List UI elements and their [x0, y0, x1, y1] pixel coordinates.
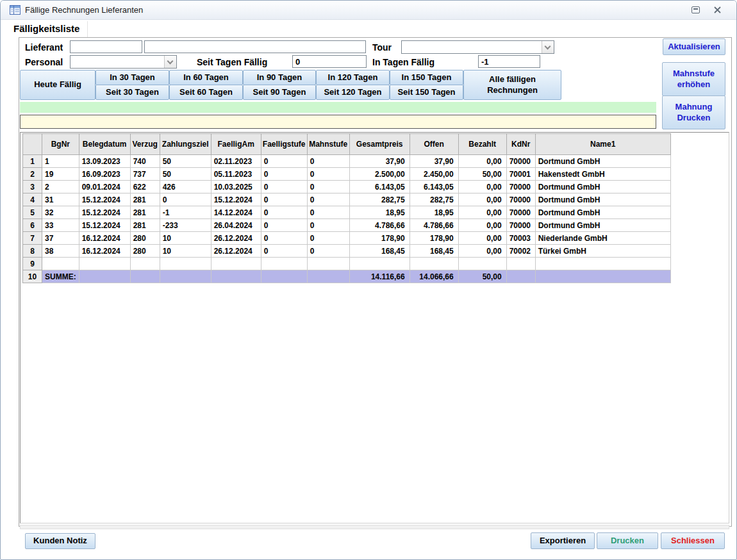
- cell[interactable]: 0,00: [458, 219, 506, 232]
- mahnstufe-erhoehen-button[interactable]: Mahnstufe erhöhen: [662, 62, 725, 96]
- cell[interactable]: 2.500,00: [349, 168, 410, 181]
- cell[interactable]: 70000: [506, 219, 535, 232]
- cell[interactable]: Türkei GmbH: [535, 245, 670, 258]
- cell[interactable]: 0: [307, 206, 349, 219]
- in-120-tagen-button[interactable]: In 120 Tagen: [316, 70, 390, 85]
- row-selector[interactable]: 8: [23, 245, 42, 258]
- cell[interactable]: [130, 270, 160, 283]
- column-header[interactable]: Faelligstufe: [261, 134, 307, 155]
- seit-30-tagen-button[interactable]: Seit 30 Tagen: [95, 85, 169, 100]
- cell[interactable]: 70003: [506, 232, 535, 245]
- cell[interactable]: 0: [261, 245, 307, 258]
- cell[interactable]: 2.450,00: [410, 168, 458, 181]
- column-header[interactable]: FaelligAm: [211, 134, 261, 155]
- cell[interactable]: 15.12.2024: [79, 206, 130, 219]
- cell[interactable]: 26.12.2024: [211, 232, 261, 245]
- cell[interactable]: 0: [160, 194, 211, 206]
- column-header[interactable]: Mahnstufe: [307, 134, 349, 155]
- cell[interactable]: [506, 270, 535, 283]
- cell[interactable]: [130, 258, 160, 270]
- cell[interactable]: [42, 258, 79, 270]
- cell[interactable]: 0,00: [458, 181, 506, 194]
- seit-150-tagen-button[interactable]: Seit 150 Tagen: [390, 85, 463, 100]
- cell[interactable]: [506, 258, 535, 270]
- restore-window-icon[interactable]: [691, 6, 700, 13]
- cell[interactable]: [261, 270, 307, 283]
- cell[interactable]: 740: [130, 155, 160, 168]
- column-header[interactable]: KdNr: [506, 134, 535, 155]
- cell[interactable]: [79, 258, 130, 270]
- cell[interactable]: 0: [261, 181, 307, 194]
- close-window-icon[interactable]: [713, 5, 722, 17]
- cell[interactable]: 0,00: [458, 155, 506, 168]
- cell[interactable]: 0: [261, 194, 307, 206]
- cell[interactable]: 05.11.2023: [211, 168, 261, 181]
- seit-90-tagen-button[interactable]: Seit 90 Tagen: [243, 85, 316, 100]
- cell[interactable]: 0,00: [458, 206, 506, 219]
- row-selector[interactable]: 4: [23, 194, 42, 206]
- cell[interactable]: SUMME:: [42, 270, 79, 283]
- cell[interactable]: 2: [42, 181, 79, 194]
- kunden-notiz-button[interactable]: Kunden Notiz: [25, 533, 95, 549]
- tour-combobox[interactable]: [401, 40, 554, 54]
- cell[interactable]: 10: [160, 245, 211, 258]
- cell[interactable]: 70000: [506, 155, 535, 168]
- cell[interactable]: 37,90: [410, 155, 458, 168]
- row-selector[interactable]: 9: [23, 258, 42, 270]
- cell[interactable]: [535, 270, 670, 283]
- cell[interactable]: 0: [261, 219, 307, 232]
- column-header[interactable]: BgNr: [42, 134, 79, 155]
- cell[interactable]: 18,95: [410, 206, 458, 219]
- cell[interactable]: 0: [307, 219, 349, 232]
- cell[interactable]: 168,45: [349, 245, 410, 258]
- cell[interactable]: 02.11.2023: [211, 155, 261, 168]
- cell[interactable]: 282,75: [349, 194, 410, 206]
- cell[interactable]: 0,00: [458, 194, 506, 206]
- cell[interactable]: 282,75: [410, 194, 458, 206]
- in-tagen-faellig-input[interactable]: [478, 55, 540, 68]
- aktualisieren-button[interactable]: Aktualisieren: [663, 38, 725, 55]
- cell[interactable]: 280: [130, 245, 160, 258]
- cell[interactable]: 14.12.2024: [211, 206, 261, 219]
- cell[interactable]: 70000: [506, 206, 535, 219]
- cell[interactable]: 0,00: [458, 245, 506, 258]
- cell[interactable]: 426: [160, 181, 211, 194]
- row-selector[interactable]: 1: [23, 155, 42, 168]
- in-90-tagen-button[interactable]: In 90 Tagen: [243, 70, 316, 85]
- cell[interactable]: 14.116,66: [349, 270, 410, 283]
- cell[interactable]: [261, 258, 307, 270]
- cell[interactable]: 168,45: [410, 245, 458, 258]
- cell[interactable]: 16.09.2023: [79, 168, 130, 181]
- cell[interactable]: 16.12.2024: [79, 232, 130, 245]
- in-150-tagen-button[interactable]: In 150 Tagen: [390, 70, 463, 85]
- exportieren-button[interactable]: Exportieren: [531, 532, 595, 549]
- cell[interactable]: [211, 258, 261, 270]
- column-header[interactable]: [23, 134, 42, 155]
- cell[interactable]: 50: [160, 168, 211, 181]
- cell[interactable]: Niederlande GmbH: [535, 232, 670, 245]
- mahnung-drucken-button[interactable]: Mahnung Drucken: [662, 95, 725, 129]
- filter-text-input[interactable]: [20, 115, 656, 129]
- cell[interactable]: 0,00: [458, 232, 506, 245]
- cell[interactable]: 0: [307, 155, 349, 168]
- cell[interactable]: 6.143,05: [349, 181, 410, 194]
- heute-faellig-button[interactable]: Heute Fällig: [20, 70, 95, 100]
- row-selector[interactable]: 7: [23, 232, 42, 245]
- seit-120-tagen-button[interactable]: Seit 120 Tagen: [316, 85, 390, 100]
- cell[interactable]: 622: [130, 181, 160, 194]
- cell[interactable]: 19: [42, 168, 79, 181]
- row-selector[interactable]: 5: [23, 206, 42, 219]
- horizontal-scrollbar[interactable]: [20, 525, 729, 529]
- cell[interactable]: [535, 258, 670, 270]
- cell[interactable]: 70000: [506, 181, 535, 194]
- cell[interactable]: 15.12.2024: [79, 194, 130, 206]
- tab-faelligkeitsliste[interactable]: Fälligkeitsliste: [10, 21, 88, 37]
- cell[interactable]: 0: [307, 232, 349, 245]
- cell[interactable]: 0: [261, 232, 307, 245]
- cell[interactable]: 15.12.2024: [79, 219, 130, 232]
- cell[interactable]: 6.143,05: [410, 181, 458, 194]
- chevron-down-icon[interactable]: [164, 56, 176, 68]
- cell[interactable]: 4.786,66: [410, 219, 458, 232]
- cell[interactable]: -233: [160, 219, 211, 232]
- row-selector[interactable]: 10: [23, 270, 42, 283]
